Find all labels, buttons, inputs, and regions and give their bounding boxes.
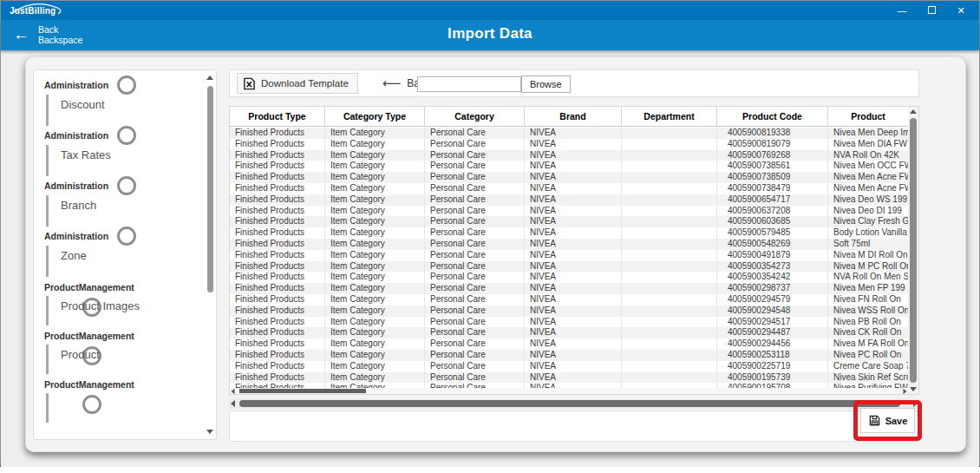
scroll-up-arrow-icon[interactable] [910,109,917,114]
save-button[interactable]: Save [860,408,915,433]
table-row[interactable]: Finished ProductsItem CategoryPersonal C… [230,161,908,172]
table-cell: NIVEA [525,305,622,317]
sidebar-item-group: ProductManagement [44,331,134,341]
table-cell [622,361,717,372]
table-row[interactable]: Finished ProductsItem CategoryPersonal C… [230,327,908,338]
table-row[interactable]: Finished ProductsItem CategoryPersonal C… [230,338,908,350]
table-row[interactable]: Finished ProductsItem CategoryPersonal C… [230,139,908,150]
table-cell: Item Category [325,139,425,150]
table-cell: Finished Products [230,261,325,273]
table-cell: Nivea Skin Ref Scrub [828,372,908,384]
table-row[interactable]: Finished ProductsItem CategoryPersonal C… [230,227,908,239]
sidebar-scrollbar[interactable] [206,74,214,436]
table-cell: NIVEA [525,161,622,172]
table-row[interactable]: Finished ProductsItem CategoryPersonal C… [230,183,908,194]
table-cell: Item Category [325,128,425,139]
table-row[interactable]: Finished ProductsItem CategoryPersonal C… [230,305,908,317]
table-row[interactable]: Finished ProductsItem CategoryPersonal C… [230,194,908,206]
radio-circle-icon[interactable] [117,227,136,246]
download-template-button[interactable]: Download Template [237,73,358,94]
table-cell: 4005900603685 [717,216,828,227]
table-cell: Finished Products [230,372,325,384]
table-cell: Personal Care [425,317,525,328]
table-vertical-scrollbar[interactable] [908,107,918,394]
close-button[interactable]: ✕ [953,1,969,20]
table-cell: Nivea PB Roll On [828,317,908,328]
table-row[interactable]: Finished ProductsItem CategoryPersonal C… [230,372,908,384]
scroll-down-arrow-icon[interactable] [910,387,917,391]
table-row[interactable]: Finished ProductsItem CategoryPersonal C… [230,283,908,294]
column-header[interactable]: Department [622,107,717,126]
sidebar-item[interactable]: Administration Discount [44,77,200,126]
scroll-left-arrow-icon[interactable] [231,400,235,407]
maximize-button[interactable] [924,1,939,20]
table-cell [622,250,717,261]
radio-circle-icon[interactable] [117,176,136,195]
column-header[interactable]: Product Type [230,107,325,126]
column-header[interactable]: Product [828,107,908,126]
sidebar-item[interactable]: Administration Tax Rates [44,128,200,176]
table-row[interactable]: Finished ProductsItem CategoryPersonal C… [230,294,908,305]
sidebar-item[interactable]: ProductManagement [44,376,200,423]
table-row[interactable]: Finished ProductsItem CategoryPersonal C… [230,216,908,227]
table-row[interactable]: Finished ProductsItem CategoryPersonal C… [230,361,908,372]
column-header[interactable]: Product Code [717,107,828,126]
radio-circle-icon[interactable] [117,76,136,95]
sidebar-item[interactable]: ProductManagement Product [44,327,200,374]
sidebar-list: Administration Discount Administration T… [44,77,200,423]
table-horizontal-scroll-thumb[interactable] [239,389,366,393]
table-cell: Finished Products [230,327,325,338]
scroll-right-arrow-icon[interactable] [904,389,907,394]
table-row[interactable]: Finished ProductsItem CategoryPersonal C… [230,128,908,139]
table-cell: Finished Products [230,172,325,183]
table-cell: Personal Care [425,305,525,317]
table-cell: Personal Care [425,272,525,283]
table-row[interactable]: Finished ProductsItem CategoryPersonal C… [230,206,908,217]
table-cell: NIVEA [525,317,622,328]
table-row[interactable]: Finished ProductsItem CategoryPersonal C… [230,172,908,183]
file-path-input[interactable] [417,76,521,92]
minimize-button[interactable]: — [894,1,910,20]
sidebar-scroll-thumb[interactable] [207,86,213,292]
table-cell: Item Category [325,294,425,305]
table-vertical-scroll-thumb[interactable] [910,118,917,383]
table-cell: NIVEA [525,216,622,227]
table-row[interactable]: Finished ProductsItem CategoryPersonal C… [230,317,908,328]
table-cell: 4005900294517 [717,317,828,328]
column-header[interactable]: Category [425,107,525,126]
scroll-up-arrow-icon[interactable] [206,76,213,80]
column-header[interactable]: Brand [525,107,622,126]
table-cell: Soft 75ml [828,239,908,250]
sidebar-item[interactable]: Administration Branch [44,178,200,227]
scroll-down-arrow-icon[interactable] [206,430,213,434]
table-row[interactable]: Finished ProductsItem CategoryPersonal C… [230,250,908,261]
table-horizontal-scrollbar[interactable] [230,388,908,394]
table-cell: NIVEA [525,338,622,350]
table-cell: 4005900548269 [717,239,828,250]
table-cell: Nivea Men DIA FW [828,139,908,150]
table-cell: Item Category [325,239,425,250]
sidebar-item[interactable]: Administration Zone [44,228,200,277]
table-row[interactable]: Finished ProductsItem CategoryPersonal C… [230,239,908,250]
panel-horizontal-scrollbar[interactable] [229,398,919,409]
table-cell: 4005900354242 [717,272,828,283]
table-cell: Nivea Men Acne FW 100g [828,183,908,194]
browse-button[interactable]: Browse [521,76,571,93]
table-row[interactable]: Finished ProductsItem CategoryPersonal C… [230,272,908,283]
table-cell: Nivea CK Roll On [828,327,908,338]
radio-circle-icon[interactable] [117,126,136,145]
column-header[interactable]: Category Type [325,107,425,126]
table-body: Finished ProductsItem CategoryPersonal C… [230,128,908,388]
panel-horizontal-scroll-thumb[interactable] [239,400,900,407]
table-cell: Nivea Men Acne FW 50g [828,172,908,183]
table-cell: NIVEA [525,172,622,183]
sidebar-item-group: Administration [44,130,108,141]
table-cell: Personal Care [425,150,525,161]
table-row[interactable]: Finished ProductsItem CategoryPersonal C… [230,350,908,361]
table-row[interactable]: Finished ProductsItem CategoryPersonal C… [230,150,908,161]
table-row[interactable]: Finished ProductsItem CategoryPersonal C… [230,261,908,273]
floppy-disk-icon [868,414,881,427]
scroll-left-arrow-icon[interactable] [232,389,235,394]
table-cell [622,327,717,338]
sidebar-item[interactable]: ProductManagement Product Images [44,279,200,325]
